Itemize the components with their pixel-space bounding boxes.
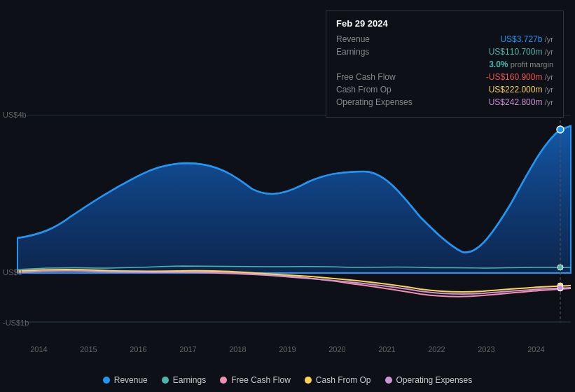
tooltip-row-fcf: Free Cash Flow -US$160.900m /yr bbox=[336, 72, 553, 82]
legend-operating-expenses[interactable]: Operating Expenses bbox=[385, 375, 473, 385]
chart-container: US$4b US$0 -US$1b 2014 2015 2016 2017 20… bbox=[0, 0, 575, 392]
profit-pct: 3.0% bbox=[489, 59, 508, 69]
x-label-2015: 2015 bbox=[80, 345, 97, 354]
tooltip-panel: Feb 29 2024 Revenue US$3.727b /yr Earnin… bbox=[326, 10, 564, 118]
x-label-2019: 2019 bbox=[279, 345, 296, 354]
legend-dot-fcf bbox=[220, 377, 227, 384]
tooltip-row-margin: 3.0% profit margin bbox=[336, 59, 553, 69]
x-label-2016: 2016 bbox=[130, 345, 146, 354]
tooltip-label-opex: Operating Expenses bbox=[336, 97, 427, 107]
tooltip-value-opex: US$242.800m /yr bbox=[489, 97, 553, 107]
tooltip-row-earnings: Earnings US$110.700m /yr bbox=[336, 47, 553, 57]
x-label-2014: 2014 bbox=[30, 345, 47, 354]
legend-label-fcf: Free Cash Flow bbox=[231, 375, 291, 385]
tooltip-label-earnings: Earnings bbox=[336, 47, 427, 57]
tooltip-value-revenue: US$3.727b /yr bbox=[500, 34, 553, 44]
legend-label-cfo: Cash From Op bbox=[316, 375, 371, 385]
y-axis-bottom: -US$1b bbox=[3, 318, 29, 327]
x-label-2017: 2017 bbox=[179, 345, 196, 354]
x-label-2020: 2020 bbox=[328, 345, 345, 354]
x-axis-labels: 2014 2015 2016 2017 2018 2019 2020 2021 … bbox=[0, 345, 575, 354]
profit-text: profit margin bbox=[511, 60, 553, 69]
legend-revenue[interactable]: Revenue bbox=[103, 375, 148, 385]
tooltip-label-cfo: Cash From Op bbox=[336, 85, 427, 94]
tooltip-label-fcf: Free Cash Flow bbox=[336, 72, 427, 82]
legend-free-cash-flow[interactable]: Free Cash Flow bbox=[220, 375, 291, 385]
tooltip-value-fcf: -US$160.900m /yr bbox=[486, 72, 553, 82]
tooltip-row-revenue: Revenue US$3.727b /yr bbox=[336, 34, 553, 44]
y-axis-top: US$4b bbox=[3, 111, 27, 119]
x-label-2022: 2022 bbox=[428, 345, 445, 354]
tooltip-label-revenue: Revenue bbox=[336, 34, 427, 44]
tooltip-date: Feb 29 2024 bbox=[336, 18, 553, 29]
legend-label-opex: Operating Expenses bbox=[396, 375, 473, 385]
x-label-2021: 2021 bbox=[378, 345, 395, 354]
tooltip-value-margin: 3.0% profit margin bbox=[489, 59, 553, 69]
legend-dot-opex bbox=[385, 377, 392, 384]
tooltip-row-cfo: Cash From Op US$222.000m /yr bbox=[336, 85, 553, 94]
legend-label-revenue: Revenue bbox=[114, 375, 148, 385]
tooltip-value-cfo: US$222.000m /yr bbox=[489, 85, 553, 94]
legend-dot-earnings bbox=[162, 377, 169, 384]
y-axis-mid: US$0 bbox=[3, 268, 22, 276]
tooltip-value-earnings: US$110.700m /yr bbox=[489, 47, 553, 57]
svg-point-7 bbox=[557, 265, 563, 270]
x-label-2018: 2018 bbox=[229, 345, 246, 354]
svg-point-10 bbox=[557, 285, 563, 290]
legend-cash-from-op[interactable]: Cash From Op bbox=[305, 375, 371, 385]
tooltip-row-opex: Operating Expenses US$242.800m /yr bbox=[336, 97, 553, 107]
legend-dot-revenue bbox=[103, 377, 110, 384]
chart-legend: Revenue Earnings Free Cash Flow Cash Fro… bbox=[0, 375, 575, 385]
legend-earnings[interactable]: Earnings bbox=[162, 375, 206, 385]
x-label-2024: 2024 bbox=[527, 345, 544, 354]
legend-label-earnings: Earnings bbox=[173, 375, 206, 385]
svg-point-6 bbox=[557, 126, 564, 133]
legend-dot-cfo bbox=[305, 377, 312, 384]
x-label-2023: 2023 bbox=[478, 345, 494, 354]
